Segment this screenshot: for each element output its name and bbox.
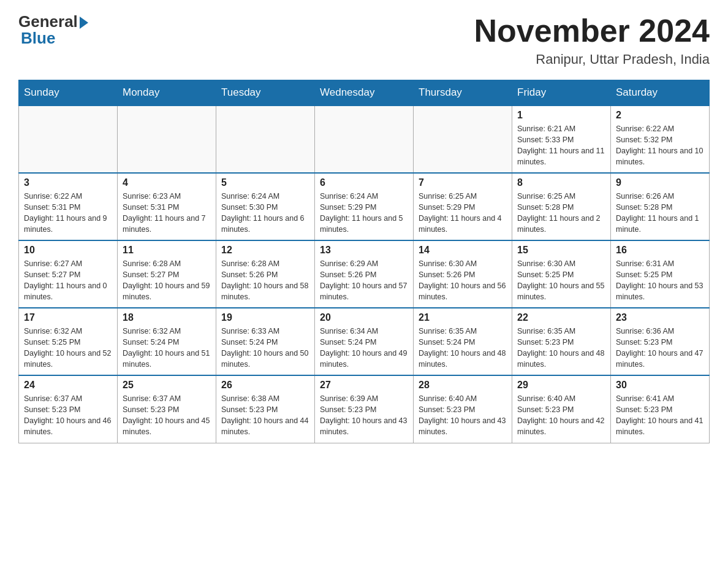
calendar-cell: 15Sunrise: 6:30 AM Sunset: 5:25 PM Dayli… [512,240,611,308]
calendar-header-row: SundayMondayTuesdayWednesdayThursdayFrid… [19,80,710,106]
day-info: Sunrise: 6:37 AM Sunset: 5:23 PM Dayligh… [24,393,112,438]
day-info: Sunrise: 6:41 AM Sunset: 5:23 PM Dayligh… [616,393,704,438]
calendar-cell: 9Sunrise: 6:26 AM Sunset: 5:28 PM Daylig… [611,173,710,240]
day-number: 8 [517,177,605,188]
day-number: 6 [320,177,408,188]
day-number: 4 [123,177,211,188]
day-number: 11 [123,245,211,256]
day-number: 14 [419,245,507,256]
day-info: Sunrise: 6:35 AM Sunset: 5:24 PM Dayligh… [419,326,507,370]
day-of-week-header: Saturday [611,80,710,106]
calendar-cell: 10Sunrise: 6:27 AM Sunset: 5:27 PM Dayli… [19,240,118,308]
day-of-week-header: Tuesday [216,80,315,106]
day-info: Sunrise: 6:21 AM Sunset: 5:33 PM Dayligh… [517,123,605,168]
calendar-cell: 7Sunrise: 6:25 AM Sunset: 5:29 PM Daylig… [414,173,512,240]
calendar-cell: 20Sunrise: 6:34 AM Sunset: 5:24 PM Dayli… [315,308,414,375]
day-number: 27 [320,380,408,391]
week-row: 1Sunrise: 6:21 AM Sunset: 5:33 PM Daylig… [19,105,710,173]
logo-blue-text: Blue [18,29,55,48]
page-header: General Blue November 2024 Ranipur, Utta… [18,12,710,67]
day-number: 19 [221,312,309,323]
day-info: Sunrise: 6:40 AM Sunset: 5:23 PM Dayligh… [419,393,507,438]
week-row: 24Sunrise: 6:37 AM Sunset: 5:23 PM Dayli… [19,375,710,443]
calendar-cell: 23Sunrise: 6:36 AM Sunset: 5:23 PM Dayli… [611,308,710,375]
day-info: Sunrise: 6:22 AM Sunset: 5:32 PM Dayligh… [616,123,704,168]
day-info: Sunrise: 6:22 AM Sunset: 5:31 PM Dayligh… [24,191,112,236]
calendar-cell: 2Sunrise: 6:22 AM Sunset: 5:32 PM Daylig… [611,105,710,173]
day-number: 21 [419,312,507,323]
day-number: 5 [221,177,309,188]
title-section: November 2024 Ranipur, Uttar Pradesh, In… [474,12,710,67]
week-row: 17Sunrise: 6:32 AM Sunset: 5:25 PM Dayli… [19,308,710,375]
day-info: Sunrise: 6:29 AM Sunset: 5:26 PM Dayligh… [320,258,408,303]
day-info: Sunrise: 6:30 AM Sunset: 5:25 PM Dayligh… [517,258,605,303]
day-number: 2 [616,110,704,121]
day-info: Sunrise: 6:26 AM Sunset: 5:28 PM Dayligh… [616,191,704,236]
day-info: Sunrise: 6:25 AM Sunset: 5:29 PM Dayligh… [419,191,507,236]
day-number: 16 [616,245,704,256]
logo: General Blue [18,12,88,48]
main-title: November 2024 [474,12,710,49]
day-info: Sunrise: 6:40 AM Sunset: 5:23 PM Dayligh… [517,393,605,438]
calendar-cell: 24Sunrise: 6:37 AM Sunset: 5:23 PM Dayli… [19,375,118,443]
calendar-cell: 16Sunrise: 6:31 AM Sunset: 5:25 PM Dayli… [611,240,710,308]
day-number: 30 [616,380,704,391]
day-number: 20 [320,312,408,323]
day-number: 29 [517,380,605,391]
calendar-cell [414,105,512,173]
calendar-cell: 29Sunrise: 6:40 AM Sunset: 5:23 PM Dayli… [512,375,611,443]
day-number: 28 [419,380,507,391]
day-number: 25 [123,380,211,391]
calendar-cell: 14Sunrise: 6:30 AM Sunset: 5:26 PM Dayli… [414,240,512,308]
calendar-cell: 18Sunrise: 6:32 AM Sunset: 5:24 PM Dayli… [118,308,216,375]
calendar-cell: 26Sunrise: 6:38 AM Sunset: 5:23 PM Dayli… [216,375,315,443]
day-number: 15 [517,245,605,256]
day-info: Sunrise: 6:33 AM Sunset: 5:24 PM Dayligh… [221,326,309,370]
day-of-week-header: Thursday [414,80,512,106]
calendar-cell: 12Sunrise: 6:28 AM Sunset: 5:26 PM Dayli… [216,240,315,308]
day-number: 13 [320,245,408,256]
calendar-cell: 30Sunrise: 6:41 AM Sunset: 5:23 PM Dayli… [611,375,710,443]
week-row: 3Sunrise: 6:22 AM Sunset: 5:31 PM Daylig… [19,173,710,240]
calendar-cell: 22Sunrise: 6:35 AM Sunset: 5:23 PM Dayli… [512,308,611,375]
day-number: 26 [221,380,309,391]
day-of-week-header: Sunday [19,80,118,106]
day-info: Sunrise: 6:35 AM Sunset: 5:23 PM Dayligh… [517,326,605,370]
day-number: 9 [616,177,704,188]
day-info: Sunrise: 6:27 AM Sunset: 5:27 PM Dayligh… [24,258,112,303]
day-info: Sunrise: 6:36 AM Sunset: 5:23 PM Dayligh… [616,326,704,370]
day-number: 24 [24,380,112,391]
calendar-cell: 13Sunrise: 6:29 AM Sunset: 5:26 PM Dayli… [315,240,414,308]
calendar-cell: 25Sunrise: 6:37 AM Sunset: 5:23 PM Dayli… [118,375,216,443]
day-of-week-header: Wednesday [315,80,414,106]
day-info: Sunrise: 6:28 AM Sunset: 5:26 PM Dayligh… [221,258,309,303]
day-info: Sunrise: 6:34 AM Sunset: 5:24 PM Dayligh… [320,326,408,370]
calendar-cell: 8Sunrise: 6:25 AM Sunset: 5:28 PM Daylig… [512,173,611,240]
calendar-cell [216,105,315,173]
calendar-cell [315,105,414,173]
calendar-cell: 19Sunrise: 6:33 AM Sunset: 5:24 PM Dayli… [216,308,315,375]
day-number: 12 [221,245,309,256]
day-info: Sunrise: 6:31 AM Sunset: 5:25 PM Dayligh… [616,258,704,303]
day-number: 22 [517,312,605,323]
calendar-cell: 1Sunrise: 6:21 AM Sunset: 5:33 PM Daylig… [512,105,611,173]
day-info: Sunrise: 6:39 AM Sunset: 5:23 PM Dayligh… [320,393,408,438]
calendar-table: SundayMondayTuesdayWednesdayThursdayFrid… [18,80,710,443]
day-info: Sunrise: 6:25 AM Sunset: 5:28 PM Dayligh… [517,191,605,236]
day-number: 7 [419,177,507,188]
day-number: 10 [24,245,112,256]
day-info: Sunrise: 6:32 AM Sunset: 5:24 PM Dayligh… [123,326,211,370]
day-number: 3 [24,177,112,188]
day-info: Sunrise: 6:32 AM Sunset: 5:25 PM Dayligh… [24,326,112,370]
day-number: 1 [517,110,605,121]
calendar-cell: 5Sunrise: 6:24 AM Sunset: 5:30 PM Daylig… [216,173,315,240]
calendar-cell: 17Sunrise: 6:32 AM Sunset: 5:25 PM Dayli… [19,308,118,375]
day-info: Sunrise: 6:38 AM Sunset: 5:23 PM Dayligh… [221,393,309,438]
day-info: Sunrise: 6:30 AM Sunset: 5:26 PM Dayligh… [419,258,507,303]
day-of-week-header: Monday [118,80,216,106]
week-row: 10Sunrise: 6:27 AM Sunset: 5:27 PM Dayli… [19,240,710,308]
day-info: Sunrise: 6:23 AM Sunset: 5:31 PM Dayligh… [123,191,211,236]
location-subtitle: Ranipur, Uttar Pradesh, India [474,52,710,67]
day-info: Sunrise: 6:37 AM Sunset: 5:23 PM Dayligh… [123,393,211,438]
calendar-cell: 27Sunrise: 6:39 AM Sunset: 5:23 PM Dayli… [315,375,414,443]
